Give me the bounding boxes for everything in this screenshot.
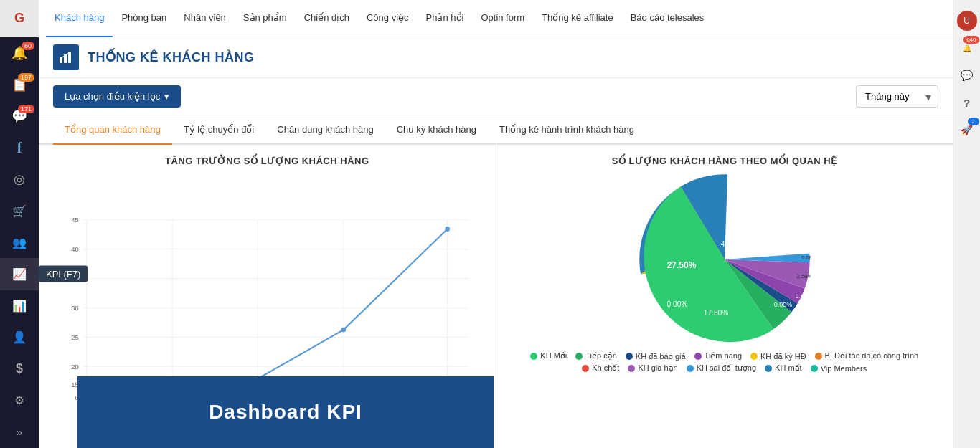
month-select-wrapper: Tháng này Tháng trước Tuần này Hôm nay bbox=[856, 85, 938, 108]
group-icon[interactable]: 👥 bbox=[0, 227, 39, 258]
dollar-icon[interactable]: $ bbox=[0, 353, 39, 385]
main-content: Khách hàng Phòng ban Nhân viên Sản phẩm … bbox=[39, 0, 953, 448]
nav-cong-viec[interactable]: Công việc bbox=[358, 0, 418, 37]
svg-text:30: 30 bbox=[71, 305, 78, 312]
sidebar: G 🔔60 📋197 💬171 f ◎ 🛒 👥 📈 KPI (F7) 📊 👤 $… bbox=[0, 0, 39, 448]
page-title-icon bbox=[53, 44, 79, 70]
notification-count[interactable]: 🔔 640 bbox=[953, 34, 981, 62]
rocket-icon[interactable]: 🚀 2 bbox=[953, 116, 981, 143]
expand-icon[interactable]: » bbox=[0, 416, 39, 448]
nav-optin-form[interactable]: Optin form bbox=[472, 0, 533, 37]
legend-tiep-can: Tiếp cận bbox=[575, 351, 617, 361]
tab-chan-dung[interactable]: Chân dung khách hàng bbox=[265, 115, 385, 145]
svg-text:42.50%: 42.50% bbox=[720, 240, 745, 248]
svg-text:2.50%: 2.50% bbox=[796, 273, 810, 280]
kpi-overlay: Dashboard KPI bbox=[77, 376, 494, 448]
nav-nhan-vien[interactable]: Nhân viên bbox=[175, 0, 235, 37]
svg-text:2.50%: 2.50% bbox=[786, 318, 804, 325]
svg-text:17.50%: 17.50% bbox=[703, 309, 728, 317]
nav-thong-ke-affiliate[interactable]: Thống kê affiliate bbox=[533, 0, 622, 37]
tab-hanh-trinh[interactable]: Thống kê hành trình khách hàng bbox=[488, 115, 646, 145]
nav-san-pham[interactable]: Sản phẩm bbox=[235, 0, 296, 37]
legend-da-ky-hd: KH đã ký HĐ bbox=[750, 351, 806, 361]
svg-text:0.00%: 0.00% bbox=[774, 301, 793, 308]
app-logo[interactable]: G bbox=[0, 0, 39, 37]
nav-bao-cao-telesales[interactable]: Báo cáo telesales bbox=[622, 0, 713, 37]
svg-text:27.50%: 27.50% bbox=[666, 260, 696, 270]
target-icon[interactable]: ◎ bbox=[0, 163, 39, 195]
tab-chu-ky[interactable]: Chu kỳ khách hàng bbox=[385, 115, 488, 145]
legend-kh-moi: KH Mới bbox=[530, 351, 567, 361]
legend-kh-mat: KH mất bbox=[765, 363, 802, 373]
month-select[interactable]: Tháng này Tháng trước Tuần này Hôm nay bbox=[856, 85, 938, 108]
legend-dot-gia-han bbox=[628, 365, 635, 372]
kpi-overlay-text: Dashboard KPI bbox=[209, 401, 362, 424]
page-title-section: THỐNG KÊ KHÁCH HÀNG bbox=[53, 44, 255, 70]
nav-khach-hang[interactable]: Khách hàng bbox=[46, 0, 113, 37]
svg-text:2.50%: 2.50% bbox=[796, 293, 811, 300]
svg-text:0.08%: 0.08% bbox=[801, 254, 811, 261]
notification-icon[interactable]: 📋197 bbox=[0, 69, 39, 100]
legend-tiem-nang: Tiềm năng bbox=[694, 351, 742, 361]
legend-dot-doi-tac bbox=[815, 353, 822, 360]
legend-vip-members: Vip Members bbox=[811, 363, 867, 373]
svg-text:40: 40 bbox=[71, 246, 78, 253]
facebook-icon[interactable]: f bbox=[0, 132, 39, 163]
svg-text:0.00%: 0.00% bbox=[666, 300, 687, 308]
legend-dot-kh-moi bbox=[530, 353, 537, 360]
legend-dot-tiem-nang bbox=[694, 353, 702, 360]
bell-icon[interactable]: 🔔60 bbox=[0, 37, 39, 69]
page-header: THỐNG KÊ KHÁCH HÀNG bbox=[39, 37, 953, 78]
right-sidebar: U 🔔 640 💬 ? 🚀 2 bbox=[953, 0, 980, 448]
pie-legend: KH Mới Tiếp cận KH đã báo giá Tiềm năng bbox=[511, 351, 939, 373]
legend-kh-chot: Kh chốt bbox=[582, 363, 619, 373]
help-icon[interactable]: ? bbox=[953, 89, 981, 116]
legend-dot-sai-doi-tuong bbox=[687, 365, 694, 372]
legend-da-bao-gia: KH đã báo giá bbox=[626, 351, 686, 361]
page-title: THỐNG KÊ KHÁCH HÀNG bbox=[88, 49, 255, 65]
chart-icon[interactable]: 📊 bbox=[0, 290, 39, 322]
gear-icon[interactable]: ⚙ bbox=[0, 385, 39, 416]
nav-phan-hoi[interactable]: Phản hồi bbox=[418, 0, 473, 37]
legend-dot-da-ky-hd bbox=[750, 353, 758, 360]
legend-doi-tac: B. Đối tác đã có công trình bbox=[815, 351, 919, 361]
sub-tabs: Tổng quan khách hàng Tỷ lệ chuyển đổi Ch… bbox=[39, 115, 953, 145]
message-icon[interactable]: 💬171 bbox=[0, 100, 39, 132]
nav-chien-dich[interactable]: Chiến dịch bbox=[296, 0, 358, 37]
cart-icon[interactable]: 🛒 bbox=[0, 195, 39, 227]
legend-dot-kh-chot bbox=[582, 365, 589, 372]
chart-left-title: TĂNG TRƯỞNG SỐ LƯỢNG KHÁCH HÀNG bbox=[53, 156, 481, 166]
legend-dot-da-bao-gia bbox=[626, 353, 633, 360]
legend-sai-doi-tuong: KH sai đối tượng bbox=[687, 363, 756, 373]
chat-icon[interactable]: 💬 bbox=[953, 62, 981, 89]
legend-gia-han: KH gia hạn bbox=[628, 363, 677, 373]
filter-bar: Lựa chọn điều kiện lọc ▾ Tháng này Tháng… bbox=[39, 78, 953, 115]
charts-area: TĂNG TRƯỞNG SỐ LƯỢNG KHÁCH HÀNG 45 40 35… bbox=[39, 145, 953, 448]
nav-phong-ban[interactable]: Phòng ban bbox=[113, 0, 175, 37]
legend-dot-vip-members bbox=[811, 365, 818, 372]
svg-point-34 bbox=[445, 227, 450, 232]
svg-point-33 bbox=[341, 328, 346, 333]
pie-chart-svg: 27.50% 0.00% 17.50% 42.50% 0.00% 2.50% 2… bbox=[639, 173, 811, 345]
tab-ty-le[interactable]: Tỷ lệ chuyển đổi bbox=[172, 115, 265, 145]
svg-text:35: 35 bbox=[71, 275, 78, 282]
user-icon[interactable]: 👤 bbox=[0, 322, 39, 353]
tab-tong-quan[interactable]: Tổng quan khách hàng bbox=[53, 115, 172, 145]
chevron-down-icon: ▾ bbox=[164, 91, 169, 102]
legend-dot-kh-mat bbox=[765, 365, 772, 372]
kpi-icon[interactable]: 📈 KPI (F7) bbox=[0, 258, 39, 290]
legend-dot-tiep-can bbox=[575, 353, 583, 360]
top-nav: Khách hàng Phòng ban Nhân viên Sản phẩm … bbox=[39, 0, 953, 37]
chart-right: SỐ LƯỢNG KHÁCH HÀNG THEO MỐI QUAN HỆ bbox=[496, 145, 953, 448]
svg-text:45: 45 bbox=[71, 216, 78, 224]
svg-text:25: 25 bbox=[71, 334, 78, 341]
svg-text:20: 20 bbox=[71, 363, 78, 371]
chart-right-title: SỐ LƯỢNG KHÁCH HÀNG THEO MỐI QUAN HỆ bbox=[511, 156, 939, 166]
pie-chart-container: 27.50% 0.00% 17.50% 42.50% 0.00% 2.50% 2… bbox=[511, 173, 939, 437]
filter-button[interactable]: Lựa chọn điều kiện lọc ▾ bbox=[53, 85, 181, 108]
user-avatar[interactable]: U bbox=[953, 7, 981, 34]
svg-text:G: G bbox=[14, 11, 24, 25]
